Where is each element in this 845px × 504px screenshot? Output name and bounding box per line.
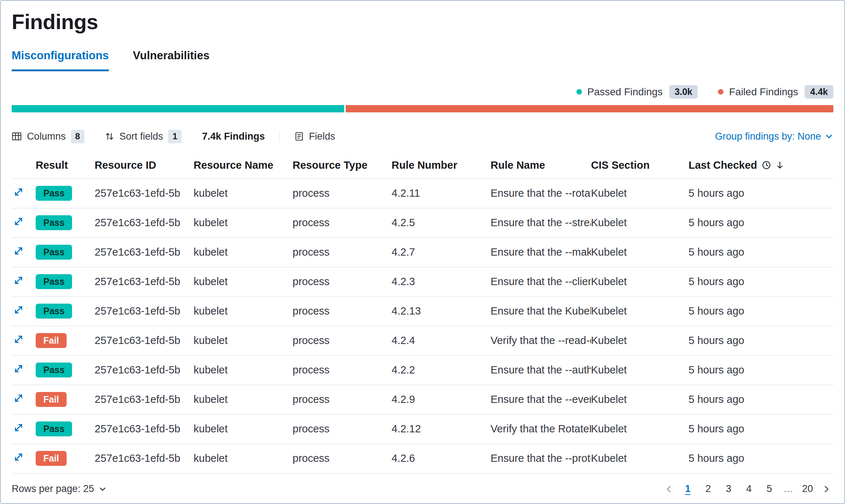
toolbar-divider (279, 131, 280, 142)
expand-row-icon[interactable] (12, 216, 24, 227)
last-checked-cell: 5 hours ago (689, 364, 833, 376)
expand-row-icon[interactable] (12, 393, 24, 404)
page-number-2[interactable]: 2 (700, 480, 717, 497)
page-number-20[interactable]: 20 (799, 480, 816, 497)
resource-id-cell: 257e1c63-1efd-5b (95, 187, 194, 199)
table-columns-icon (12, 131, 22, 141)
page-number-3[interactable]: 3 (720, 480, 737, 497)
rule-number-cell: 4.2.12 (392, 423, 491, 435)
resource-id-cell: 257e1c63-1efd-5b (95, 335, 194, 347)
expand-row-icon[interactable] (12, 245, 24, 256)
header-result[interactable]: Result (36, 159, 95, 171)
findings-count: 7.4k Findings (202, 131, 265, 142)
cis-section-cell: Kubelet (591, 217, 689, 229)
result-badge: Fail (36, 333, 67, 348)
failed-findings-legend: Failed Findings 4.4k (718, 85, 833, 99)
resource-type-cell: process (293, 393, 392, 405)
cis-section-cell: Kubelet (591, 246, 689, 258)
resource-name-cell: kubelet (194, 246, 293, 258)
sort-fields-label: Sort fields (119, 131, 163, 142)
resource-name-cell: kubelet (194, 393, 293, 405)
page-number-5[interactable]: 5 (761, 480, 778, 497)
resource-name-cell: kubelet (194, 217, 293, 229)
previous-page-icon[interactable] (662, 482, 676, 496)
result-badge: Pass (36, 245, 72, 260)
header-resource-name[interactable]: Resource Name (194, 159, 293, 171)
resource-type-cell: process (293, 276, 392, 288)
cis-section-cell: Kubelet (591, 187, 689, 199)
table-row: Pass 257e1c63-1efd-5b kubelet process 4.… (12, 179, 833, 208)
result-cell: Pass (36, 186, 95, 201)
rows-per-page-button[interactable]: Rows per page: 25 (12, 483, 107, 495)
page-number-4[interactable]: 4 (741, 480, 757, 497)
tab-vulnerabilities[interactable]: Vulnerabilities (133, 49, 210, 71)
rule-number-cell: 4.2.9 (392, 393, 491, 405)
rule-number-cell: 4.2.13 (392, 305, 491, 317)
last-checked-label: Last Checked (689, 159, 757, 171)
header-last-checked[interactable]: Last Checked (689, 159, 833, 171)
last-checked-cell: 5 hours ago (689, 187, 833, 199)
cis-section-cell: Kubelet (591, 393, 689, 405)
result-badge: Pass (36, 421, 72, 436)
expand-row-icon[interactable] (12, 452, 24, 463)
next-page-icon[interactable] (820, 482, 833, 496)
expand-cell (12, 275, 36, 288)
columns-button[interactable]: Columns 8 (12, 130, 84, 143)
last-checked-cell: 5 hours ago (689, 276, 833, 288)
resource-name-cell: kubelet (194, 335, 293, 347)
header-rule-number[interactable]: Rule Number (392, 159, 491, 171)
table-row: Pass 257e1c63-1efd-5b kubelet process 4.… (12, 297, 833, 326)
findings-table: Result Resource ID Resource Name Resourc… (12, 152, 833, 473)
tab-misconfigurations[interactable]: Misconfigurations (12, 49, 109, 71)
resource-name-cell: kubelet (194, 364, 293, 376)
expand-row-icon[interactable] (12, 363, 24, 374)
table-row: Fail 257e1c63-1efd-5b kubelet process 4.… (12, 326, 833, 356)
header-rule-name[interactable]: Rule Name (491, 159, 591, 171)
passed-segment (12, 105, 344, 112)
table-row: Fail 257e1c63-1efd-5b kubelet process 4.… (12, 444, 833, 473)
expand-row-icon[interactable] (12, 422, 24, 433)
result-cell: Pass (36, 363, 95, 377)
table-row: Pass 257e1c63-1efd-5b kubelet process 4.… (12, 356, 833, 385)
fields-icon (294, 132, 304, 141)
rows-per-page-label: Rows per page: 25 (12, 483, 94, 495)
result-cell: Pass (36, 215, 95, 230)
expand-cell (12, 452, 36, 465)
rule-number-cell: 4.2.5 (392, 217, 491, 229)
sort-fields-button[interactable]: Sort fields 1 (105, 130, 182, 143)
resource-type-cell: process (293, 423, 392, 435)
page-number-1[interactable]: 1 (679, 480, 696, 497)
resource-type-cell: process (293, 452, 392, 464)
group-findings-by-button[interactable]: Group findings by: None (715, 131, 833, 142)
expand-row-icon[interactable] (12, 304, 24, 315)
expand-cell (12, 363, 36, 377)
fields-button[interactable]: Fields (294, 131, 335, 142)
header-cis-section[interactable]: CIS Section (591, 159, 689, 171)
findings-legend: Passed Findings 3.0k Failed Findings 4.4… (12, 85, 833, 99)
result-badge: Pass (36, 363, 72, 377)
expand-row-icon[interactable] (12, 187, 24, 197)
tabs: Misconfigurations Vulnerabilities (12, 49, 833, 71)
rule-name-cell: Verify that the --read-only-port argumen… (491, 335, 591, 347)
table-body: Pass 257e1c63-1efd-5b kubelet process 4.… (12, 179, 833, 473)
result-cell: Fail (36, 392, 95, 407)
header-resource-id[interactable]: Resource ID (95, 159, 194, 171)
failed-dot-icon (718, 89, 723, 95)
header-resource-type[interactable]: Resource Type (293, 159, 392, 171)
resource-type-cell: process (293, 187, 392, 199)
resource-id-cell: 257e1c63-1efd-5b (95, 364, 194, 376)
expand-cell (12, 334, 36, 347)
result-cell: Fail (36, 451, 95, 466)
sort-descending-icon (775, 161, 784, 169)
expand-row-icon[interactable] (12, 275, 24, 286)
last-checked-cell: 5 hours ago (689, 423, 833, 435)
cis-section-cell: Kubelet (591, 364, 689, 376)
rule-name-cell: Ensure that the Kubelet only makes use o… (491, 305, 591, 317)
result-badge: Pass (36, 274, 72, 289)
cis-section-cell: Kubelet (591, 276, 689, 288)
chevron-down-icon (825, 132, 833, 141)
table-row: Pass 257e1c63-1efd-5b kubelet process 4.… (12, 238, 833, 267)
failed-findings-count-badge: 4.4k (805, 85, 833, 99)
expand-row-icon[interactable] (12, 334, 24, 345)
cis-section-cell: Kubelet (591, 423, 689, 435)
